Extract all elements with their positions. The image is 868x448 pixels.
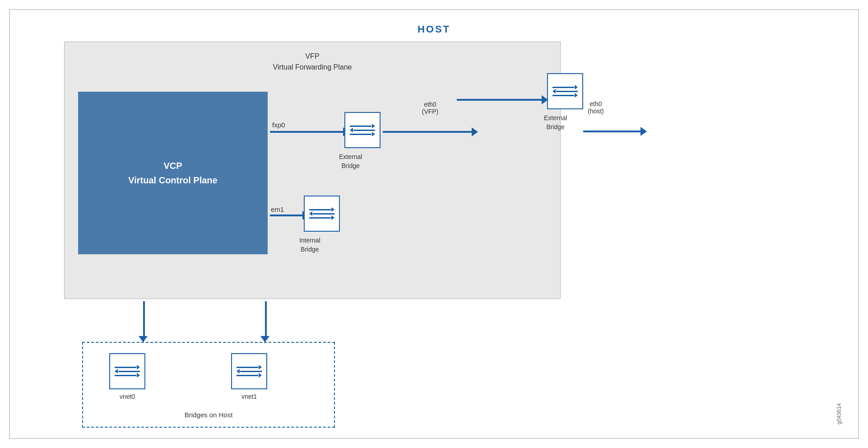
vcp-title: VCP Virtual Control Plane [128, 159, 217, 187]
external-bridge-2-label: ExternalBridge [544, 114, 567, 131]
internal-bridge-label: InternalBridge [299, 236, 320, 254]
eth0-ext-arrowhead [641, 127, 647, 136]
vnet1-bridge-box [231, 353, 267, 389]
fxp0-arrow-line [270, 131, 344, 133]
bridges-on-host-label: Bridges on Host [83, 411, 334, 419]
eth0vfp-line [383, 131, 473, 133]
external-bridge-1-label: ExternalBridge [339, 153, 362, 170]
host-title: HOST [10, 23, 858, 35]
eth0host-line [457, 99, 543, 101]
vfp-title: VFP Virtual Forwarding Plane [65, 51, 560, 73]
outer-border: HOST VFP Virtual Forwarding Plane VCP Vi… [9, 9, 859, 439]
eth0-vfp-label: eth0(VFP) [408, 101, 453, 115]
internal-bridge-box [304, 196, 340, 232]
vfp-container: VFP Virtual Forwarding Plane VCP Virtual… [64, 42, 561, 299]
eth0vfp-arrowhead [472, 127, 478, 136]
vcp-box: VCP Virtual Control Plane [78, 92, 268, 254]
em1-arrow-line [270, 215, 304, 216]
watermark: g043614 [836, 403, 842, 425]
eth0-ext-line [583, 131, 642, 132]
vnet0-bridge-box [109, 353, 145, 389]
vnet1-label: vnet1 [233, 393, 265, 400]
vnet0-down-head [139, 336, 148, 342]
eth0-host-label: eth0(host) [588, 100, 604, 115]
vnet0-down-line [143, 301, 145, 337]
vnet0-label: vnet0 [111, 393, 143, 400]
fxp0-label: fxp0 [272, 121, 285, 129]
external-bridge-2-box [547, 73, 583, 109]
vnet1-down-head [260, 336, 269, 342]
vnet1-down-line [265, 301, 267, 337]
em1-label: em1 [271, 205, 284, 213]
external-bridge-1-box [344, 112, 381, 148]
